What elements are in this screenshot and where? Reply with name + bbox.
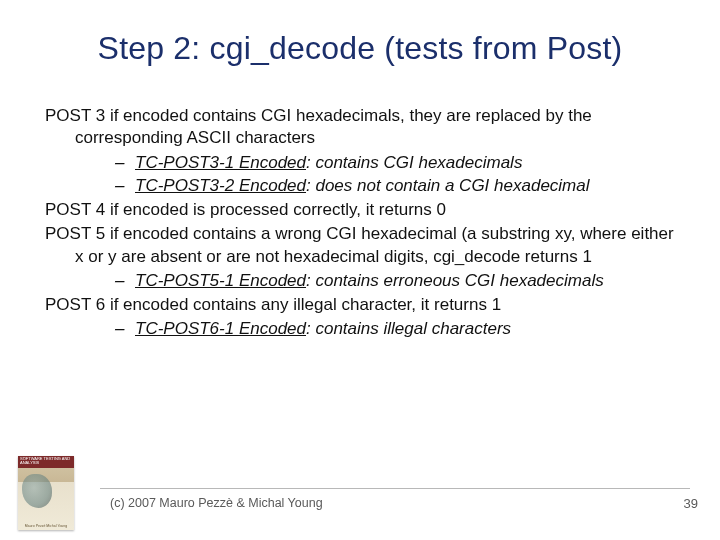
footer-divider (100, 488, 690, 489)
tc-desc: : contains erroneous CGI hexadecimals (306, 271, 604, 290)
slide-title: Step 2: cgi_decode (tests from Post) (0, 30, 720, 67)
tc-label: TC-POST6-1 Encoded (135, 319, 306, 338)
post5-sub1: TC-POST5-1 Encoded: contains erroneous C… (45, 270, 675, 292)
post3-sub2: TC-POST3-2 Encoded: does not contain a C… (45, 175, 675, 197)
post6-sub1: TC-POST6-1 Encoded: contains illegal cha… (45, 318, 675, 340)
thumb-image (22, 474, 52, 508)
post3-sub1: TC-POST3-1 Encoded: contains CGI hexadec… (45, 152, 675, 174)
tc-desc: : contains CGI hexadecimals (306, 153, 522, 172)
copyright-text: (c) 2007 Mauro Pezzè & Michal Young (110, 496, 323, 510)
post3-text: POST 3 if encoded contains CGI hexadecim… (45, 105, 675, 150)
page-number: 39 (684, 496, 698, 511)
thumb-caption: Mauro Pezzè Michal Young (18, 525, 74, 529)
slide: Step 2: cgi_decode (tests from Post) POS… (0, 0, 720, 540)
tc-label: TC-POST5-1 Encoded (135, 271, 306, 290)
slide-footer: (c) 2007 Mauro Pezzè & Michal Young 39 (0, 488, 720, 518)
book-cover-thumbnail: SOFTWARE TESTING AND ANALYSIS Mauro Pezz… (18, 456, 74, 530)
tc-desc: : contains illegal characters (306, 319, 511, 338)
post5-text: POST 5 if encoded contains a wrong CGI h… (45, 223, 675, 268)
tc-label: TC-POST3-2 Encoded (135, 176, 306, 195)
thumb-title-band: SOFTWARE TESTING AND ANALYSIS (18, 456, 74, 468)
post6-text: POST 6 if encoded contains any illegal c… (45, 294, 675, 316)
tc-desc: : does not contain a CGI hexadecimal (306, 176, 590, 195)
tc-label: TC-POST3-1 Encoded (135, 153, 306, 172)
post4-text: POST 4 if encoded is processed correctly… (45, 199, 675, 221)
slide-body: POST 3 if encoded contains CGI hexadecim… (45, 105, 675, 341)
